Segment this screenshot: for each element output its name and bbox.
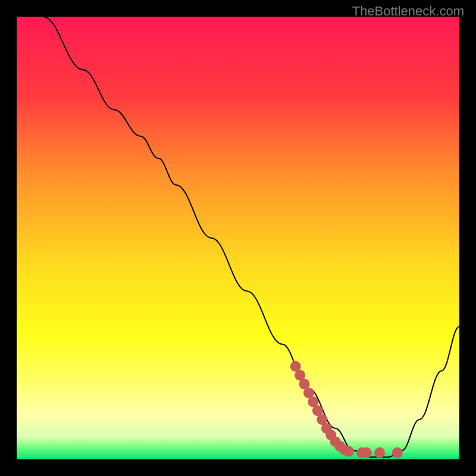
highlight-dot (343, 446, 354, 457)
highlight-dot (361, 447, 372, 458)
highlight-dot (374, 447, 385, 458)
highlight-dot (392, 447, 403, 458)
chart-background (17, 17, 459, 459)
chart-svg (17, 17, 459, 459)
chart-plot-area (17, 17, 459, 459)
watermark-label: TheBottleneck.com (352, 4, 464, 19)
